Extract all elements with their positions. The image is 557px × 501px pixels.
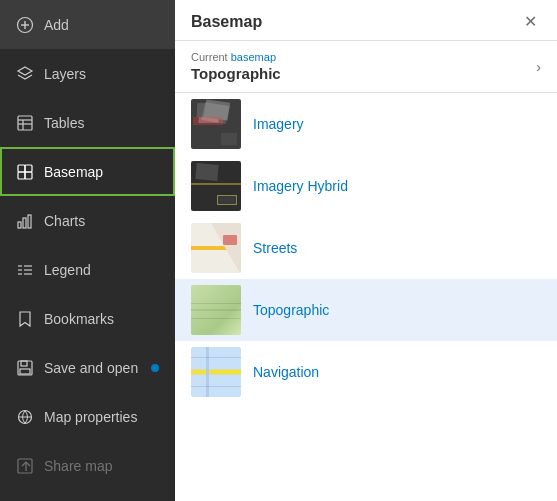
svg-rect-14 <box>28 215 31 228</box>
sidebar-item-basemap[interactable]: Basemap <box>0 147 175 196</box>
sidebar-item-share-map-label: Share map <box>44 458 159 474</box>
sidebar-item-bookmarks[interactable]: Bookmarks <box>0 294 175 343</box>
basemap-item-topographic[interactable]: Topographic <box>175 279 557 341</box>
sidebar-item-add[interactable]: Add <box>0 0 175 49</box>
sidebar-item-legend-label: Legend <box>44 262 159 278</box>
current-basemap-info: Current basemap Topographic <box>191 51 281 82</box>
svg-rect-22 <box>21 361 27 366</box>
charts-icon <box>16 212 34 230</box>
bookmarks-icon <box>16 310 34 328</box>
current-basemap-label: Current basemap <box>191 51 281 63</box>
map-properties-icon <box>16 408 34 426</box>
basemap-icon <box>16 163 34 181</box>
basemap-panel: Basemap ✕ Current basemap Topographic › … <box>175 0 557 501</box>
basemap-list: Imagery Imagery Hybrid Str <box>175 93 557 501</box>
svg-rect-12 <box>18 222 21 228</box>
share-map-icon <box>16 457 34 475</box>
basemap-item-imagery[interactable]: Imagery <box>175 93 557 155</box>
basemap-thumb-streets <box>191 223 241 273</box>
close-button[interactable]: ✕ <box>520 12 541 32</box>
sidebar-item-save-label: Save and open <box>44 360 141 376</box>
current-basemap-label-highlight: basemap <box>231 51 276 63</box>
sidebar-item-add-label: Add <box>44 17 159 33</box>
basemap-label-streets: Streets <box>253 240 297 256</box>
svg-rect-11 <box>25 172 32 179</box>
basemap-label-hybrid: Imagery Hybrid <box>253 178 348 194</box>
svg-marker-3 <box>18 67 32 75</box>
current-basemap-row[interactable]: Current basemap Topographic › <box>175 41 557 93</box>
tables-icon <box>16 114 34 132</box>
basemap-item-imagery-hybrid[interactable]: Imagery Hybrid <box>175 155 557 217</box>
basemap-label-navigation: Navigation <box>253 364 319 380</box>
svg-rect-8 <box>18 165 25 172</box>
current-basemap-name: Topographic <box>191 65 281 82</box>
chevron-right-icon: › <box>536 59 541 75</box>
add-icon <box>16 16 34 34</box>
svg-rect-13 <box>23 218 26 228</box>
sidebar-item-charts-label: Charts <box>44 213 159 229</box>
save-and-open-icon <box>16 359 34 377</box>
sidebar-item-layers-label: Layers <box>44 66 159 82</box>
sidebar-item-save-and-open[interactable]: Save and open <box>0 343 175 392</box>
basemap-thumb-hybrid <box>191 161 241 211</box>
svg-rect-9 <box>25 165 32 172</box>
svg-rect-23 <box>20 369 30 374</box>
sidebar-item-bookmarks-label: Bookmarks <box>44 311 159 327</box>
basemap-label-imagery: Imagery <box>253 116 304 132</box>
sidebar-item-tables-label: Tables <box>44 115 159 131</box>
sidebar-item-map-properties[interactable]: Map properties <box>0 392 175 441</box>
panel-title: Basemap <box>191 13 262 31</box>
sidebar-item-charts[interactable]: Charts <box>0 196 175 245</box>
svg-rect-4 <box>18 116 32 130</box>
legend-icon <box>16 261 34 279</box>
svg-rect-10 <box>18 172 25 179</box>
panel-header: Basemap ✕ <box>175 0 557 41</box>
basemap-label-topographic: Topographic <box>253 302 329 318</box>
layers-icon <box>16 65 34 83</box>
sidebar-item-map-properties-label: Map properties <box>44 409 159 425</box>
sidebar-item-tables[interactable]: Tables <box>0 98 175 147</box>
basemap-item-streets[interactable]: Streets <box>175 217 557 279</box>
basemap-thumb-imagery <box>191 99 241 149</box>
basemap-item-navigation[interactable]: Navigation <box>175 341 557 403</box>
sidebar-item-layers[interactable]: Layers <box>0 49 175 98</box>
sidebar-item-share-map[interactable]: Share map <box>0 441 175 490</box>
sidebar-item-legend[interactable]: Legend <box>0 245 175 294</box>
sidebar-item-basemap-label: Basemap <box>44 164 159 180</box>
save-notification-dot <box>151 364 159 372</box>
sidebar: Add Layers Tables <box>0 0 175 501</box>
basemap-thumb-navigation <box>191 347 241 397</box>
basemap-thumb-topographic <box>191 285 241 335</box>
